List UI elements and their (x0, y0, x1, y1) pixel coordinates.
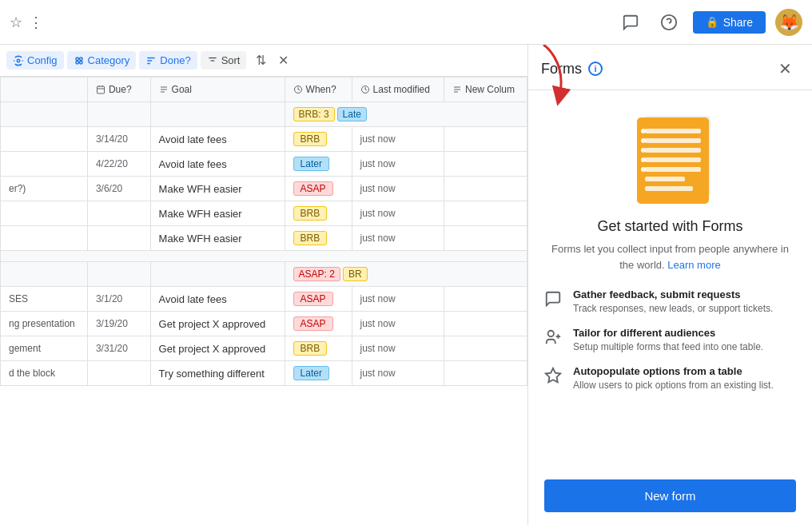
col-header-newcol[interactable]: New Colum (444, 78, 527, 102)
form-illustration (615, 109, 726, 205)
svg-rect-38 (645, 186, 693, 191)
table-row[interactable]: ng presentation 3/19/20 Get project X ap… (1, 312, 527, 336)
col-header-when[interactable]: When? (285, 78, 352, 102)
help-icon[interactable] (655, 8, 683, 37)
svg-point-39 (641, 129, 646, 133)
tailor-sub: Setup multiple forms that feed into one … (573, 340, 796, 354)
col-header-goal[interactable]: Goal (150, 78, 285, 102)
gather-sub: Track responses, new leads, or support t… (573, 302, 796, 316)
svg-point-4 (79, 57, 82, 60)
group1-brb-badge: BRB: 3 (293, 107, 335, 121)
svg-point-2 (17, 59, 20, 62)
table-row[interactable]: Make WFH easier BRB just now (1, 226, 527, 251)
col-header-left (1, 78, 88, 102)
svg-rect-32 (645, 129, 701, 133)
forms-panel: Forms i ✕ (527, 45, 812, 525)
top-bar: ☆ ⋮ 🔒 Share 🦊 (0, 0, 812, 45)
tailor-icon (544, 328, 563, 348)
table-container: Due? Goal When? (0, 77, 527, 525)
panel-header: Forms i ✕ (528, 45, 812, 90)
learn-more-link[interactable]: Learn more (667, 259, 720, 271)
lock-icon: 🔒 (706, 16, 718, 28)
category-chip[interactable]: Category (67, 51, 137, 70)
group2-br-badge: BR (343, 267, 368, 281)
clear-filters-button[interactable]: ✕ (278, 53, 289, 68)
share-button[interactable]: 🔒 Share (693, 11, 766, 34)
svg-rect-35 (645, 157, 701, 162)
top-bar-right: 🔒 Share 🦊 (616, 8, 802, 37)
gather-title: Gather feedback, submit requests (573, 288, 796, 300)
group1-later-badge: Late (337, 107, 367, 121)
panel-title-text: Forms (541, 61, 582, 78)
share-label: Share (723, 16, 753, 29)
group-spacer (1, 251, 527, 262)
group-header-1: BRB: 3 Late (1, 102, 527, 127)
feature-item-tailor: Tailor for different audiences Setup mul… (544, 327, 796, 354)
panel-heading: Get started with Forms (597, 218, 742, 235)
avatar[interactable]: 🦊 (775, 9, 802, 36)
main-content: Due? Goal When? (0, 77, 812, 525)
gather-icon (544, 290, 563, 309)
autopopulate-sub: Allow users to pick options from an exis… (573, 379, 796, 392)
svg-rect-34 (645, 148, 701, 153)
table-row[interactable]: SES 3/1/20 Avoid late fees ASAP just now (1, 287, 527, 312)
main-table: Due? Goal When? (0, 77, 527, 386)
col-header-lastmod[interactable]: Last modified (352, 78, 444, 102)
feature-list: Gather feedback, submit requests Track r… (544, 288, 796, 392)
table-row[interactable]: 3/14/20 Avoid late fees BRB just now (1, 127, 527, 152)
svg-point-6 (79, 61, 82, 64)
more-options-icon[interactable]: ⋮ (29, 14, 43, 31)
table-row[interactable]: gement 3/31/20 Get project X approved BR… (1, 336, 527, 361)
autopopulate-title: Autopopulate options from a table (573, 365, 796, 377)
svg-point-44 (548, 331, 554, 336)
config-chip[interactable]: Config (6, 51, 64, 70)
table-header-row: Due? Goal When? (1, 78, 527, 102)
panel-description: Forms let you collect input from people … (544, 241, 796, 272)
table-row[interactable]: er?) 3/6/20 Make WFH easier ASAP just no… (1, 177, 527, 201)
svg-point-5 (75, 61, 78, 64)
group-header-2: ASAP: 2 BR (1, 262, 527, 287)
comments-icon[interactable] (616, 8, 645, 37)
feature-item-gather: Gather feedback, submit requests Track r… (544, 288, 796, 316)
svg-rect-17 (97, 86, 104, 93)
svg-point-42 (641, 157, 646, 162)
new-form-button[interactable]: New form (544, 479, 796, 512)
filter-options-icon[interactable]: ⇅ (249, 50, 272, 72)
col-header-due[interactable]: Due? (87, 78, 150, 102)
done-label: Done? (160, 54, 190, 66)
star-icon[interactable]: ☆ (10, 14, 22, 31)
category-label: Category (88, 54, 130, 66)
sort-label: Sort (221, 54, 241, 66)
svg-rect-37 (645, 177, 685, 181)
config-label: Config (27, 54, 58, 66)
svg-rect-36 (645, 167, 701, 172)
table-row[interactable]: d the block Try something different Late… (1, 361, 527, 386)
svg-point-43 (641, 167, 646, 172)
done-chip[interactable]: Done? (139, 51, 197, 70)
panel-body: Get started with Forms Forms let you col… (528, 90, 812, 525)
svg-marker-47 (546, 368, 560, 381)
svg-rect-33 (645, 138, 701, 143)
panel-info-icon[interactable]: i (588, 62, 603, 76)
panel-close-button[interactable]: ✕ (770, 54, 799, 83)
svg-point-41 (641, 148, 646, 153)
table-row[interactable]: 4/22/20 Avoid late fees Later just now (1, 152, 527, 177)
feature-item-autopopulate: Autopopulate options from a table Allow … (544, 365, 796, 392)
sort-chip[interactable]: Sort (201, 51, 247, 70)
svg-point-40 (641, 138, 646, 143)
top-bar-left: ☆ ⋮ (10, 14, 43, 31)
svg-point-3 (75, 57, 78, 60)
autopopulate-icon (544, 367, 563, 386)
table-row[interactable]: Make WFH easier BRB just now (1, 201, 527, 226)
panel-title-group: Forms i (541, 61, 603, 78)
tailor-title: Tailor for different audiences (573, 327, 796, 339)
group2-asap-badge: ASAP: 2 (293, 267, 340, 281)
